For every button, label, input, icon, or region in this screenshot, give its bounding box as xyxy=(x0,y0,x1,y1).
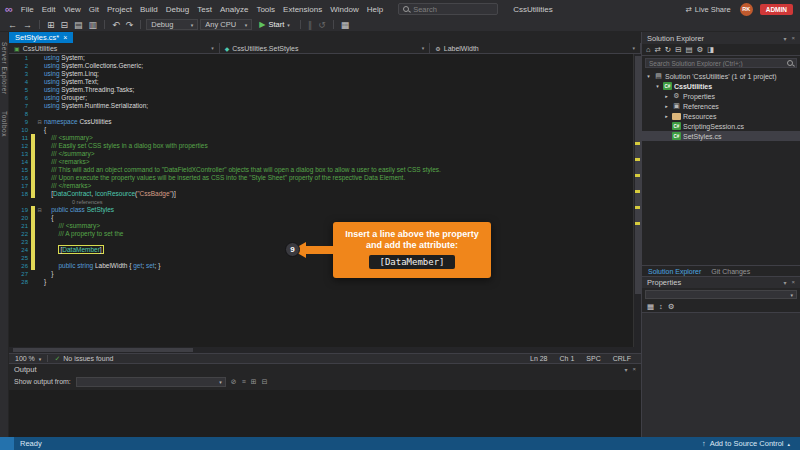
panel-tab-solution-explorer[interactable]: Solution Explorer xyxy=(648,268,701,275)
expand-all-icon[interactable]: ⊞ xyxy=(251,378,257,386)
expander-icon[interactable]: ▸ xyxy=(663,103,670,109)
tree-item-setstyles-cs[interactable]: C#SetStyles.cs xyxy=(642,131,800,141)
code-text[interactable]: using Grouper; xyxy=(44,94,633,102)
menu-project[interactable]: Project xyxy=(103,4,136,15)
code-text[interactable] xyxy=(44,110,633,118)
home-icon[interactable]: ⌂ xyxy=(646,45,651,54)
collapse-all-icon[interactable]: ⊟ xyxy=(262,378,268,386)
code-text[interactable]: } xyxy=(44,278,633,286)
properties-icon[interactable]: ⚙ xyxy=(697,45,704,54)
code-text[interactable]: using System; xyxy=(44,54,633,62)
menu-help[interactable]: Help xyxy=(363,4,387,15)
code-text[interactable]: { xyxy=(44,214,633,222)
solution-platform-dropdown[interactable]: Any CPU▾ xyxy=(200,19,252,30)
output-content[interactable] xyxy=(9,390,641,438)
menu-git[interactable]: Git xyxy=(85,4,103,15)
breadcrumb-cssutilities[interactable]: ▣CssUtilities▾ xyxy=(9,43,220,53)
menu-test[interactable]: Test xyxy=(193,4,216,15)
properties-object-dropdown[interactable]: ▾ xyxy=(645,290,797,299)
new-file-icon[interactable]: ⊞ xyxy=(45,19,57,31)
code-text[interactable]: public class SetStyles xyxy=(44,206,633,214)
side-tab-toolbox[interactable]: Toolbox xyxy=(1,111,8,137)
navigate-forward-icon[interactable]: → xyxy=(21,19,34,31)
categorized-icon[interactable]: ▦ xyxy=(647,302,654,311)
save-all-icon[interactable]: ▥ xyxy=(87,19,100,31)
side-tab-server-explorer[interactable]: Server Explorer xyxy=(1,42,8,95)
code-text[interactable]: using System.Collections.Generic; xyxy=(44,62,633,70)
nest-files-icon[interactable]: ⊟ xyxy=(675,45,681,54)
codelens-references[interactable]: 0 references xyxy=(9,198,633,206)
code-text[interactable]: /// </summary> xyxy=(44,150,633,158)
expander-icon[interactable]: ▸ xyxy=(663,113,670,119)
menu-file[interactable]: File xyxy=(17,4,38,15)
start-debugging-button[interactable]: ▶Start▾ xyxy=(254,20,295,29)
breadcrumb-labelwidth[interactable]: ⚙LabelWidth▾ xyxy=(430,43,641,53)
expander-icon[interactable]: ▾ xyxy=(654,83,661,89)
panel-tab-git-changes[interactable]: Git Changes xyxy=(711,268,750,275)
tree-item-cssutilities[interactable]: ▾C#CssUtilities xyxy=(642,81,800,91)
refresh-icon[interactable]: ↻ xyxy=(665,45,671,54)
solution-explorer-search[interactable]: Search Solution Explorer (Ctrl+;) xyxy=(645,58,797,68)
document-health-indicator[interactable]: ✓No issues found xyxy=(54,355,113,363)
line-ending-indicator[interactable]: CRLF xyxy=(613,355,631,362)
close-icon[interactable]: × xyxy=(63,34,67,41)
code-text[interactable]: [DataContract, IconResource("CssBadge")] xyxy=(44,190,633,198)
preview-icon[interactable]: ◨ xyxy=(707,45,714,54)
clear-all-icon[interactable]: ⊘ xyxy=(231,378,237,386)
code-text[interactable]: namespace CssUtilities xyxy=(44,118,633,126)
code-text[interactable]: /// </remarks> xyxy=(44,182,633,190)
code-text[interactable]: /// Easily set CSS styles in a dialog bo… xyxy=(44,142,633,150)
save-icon[interactable]: ▤ xyxy=(72,19,85,31)
outline-marker[interactable]: ⊟ xyxy=(35,118,44,126)
outline-marker[interactable]: ⊟ xyxy=(35,206,44,214)
menu-build[interactable]: Build xyxy=(136,4,162,15)
hot-reload-icon[interactable]: ↺ xyxy=(316,19,328,31)
menu-debug[interactable]: Debug xyxy=(162,4,194,15)
redo-icon[interactable]: ↷ xyxy=(124,19,136,31)
scrollbar-thumb[interactable] xyxy=(13,348,193,352)
tree-item-references[interactable]: ▸▣References xyxy=(642,101,800,111)
window-menu-icon[interactable]: ▾ xyxy=(783,35,786,42)
find-in-files-icon[interactable]: ▦ xyxy=(339,19,352,31)
property-pages-icon[interactable]: ⚙ xyxy=(668,302,675,311)
tree-item-properties[interactable]: ▸⚙Properties xyxy=(642,91,800,101)
menu-extensions[interactable]: Extensions xyxy=(279,4,326,15)
code-text[interactable]: /// This will add an object command to "… xyxy=(44,166,633,174)
word-wrap-icon[interactable]: ≡ xyxy=(242,378,246,386)
pause-icon[interactable]: ∥ xyxy=(306,19,315,31)
alphabetical-icon[interactable]: ↕ xyxy=(659,302,663,311)
close-icon[interactable]: × xyxy=(791,35,795,42)
menu-tools[interactable]: Tools xyxy=(252,4,279,15)
line-indicator[interactable]: Ln 28 xyxy=(530,355,548,362)
code-text[interactable]: using System.Runtime.Serialization; xyxy=(44,102,633,110)
tree-item-solution-cssutilities-1-of-1-project[interactable]: ▾▤Solution 'CssUtilities' (1 of 1 projec… xyxy=(642,71,800,81)
window-menu-icon[interactable]: ▾ xyxy=(783,279,786,286)
switch-views-icon[interactable]: ⇄ xyxy=(655,45,661,54)
menu-window[interactable]: Window xyxy=(326,4,362,15)
code-text[interactable]: using System.Linq; xyxy=(44,70,633,78)
editor-vertical-scrollbar[interactable] xyxy=(633,54,641,347)
undo-icon[interactable]: ↶ xyxy=(110,19,122,31)
close-icon[interactable]: × xyxy=(791,279,795,286)
code-area[interactable]: 1using System;2using System.Collections.… xyxy=(9,54,633,347)
code-text[interactable]: /// Upon execute the property values wil… xyxy=(44,174,633,182)
feedback-icon[interactable] xyxy=(0,437,14,450)
zoom-control[interactable]: 100 %▾ xyxy=(15,355,41,362)
expander-icon[interactable]: ▾ xyxy=(645,73,652,79)
menu-view[interactable]: View xyxy=(60,4,85,15)
tree-item-scriptingsession-cs[interactable]: C#ScriptingSession.cs xyxy=(642,121,800,131)
tab-setstyles[interactable]: SetStyles.cs* × xyxy=(9,32,73,43)
quick-search-box[interactable]: Search xyxy=(398,3,498,15)
code-text[interactable]: /// <remarks> xyxy=(44,158,633,166)
add-to-source-control-button[interactable]: ↑ Add to Source Control ▴ xyxy=(702,439,790,448)
expander-icon[interactable]: ▸ xyxy=(663,93,670,99)
code-text[interactable]: /// <summary> xyxy=(44,134,633,142)
breadcrumb-cssutilities-setstyles[interactable]: ◆CssUtilities.SetStyles▾ xyxy=(220,43,431,53)
show-all-files-icon[interactable]: ▤ xyxy=(685,45,692,54)
window-menu-icon[interactable]: ▾ xyxy=(624,366,627,373)
output-source-dropdown[interactable]: ▾ xyxy=(76,377,226,387)
column-indicator[interactable]: Ch 1 xyxy=(560,355,575,362)
code-text[interactable]: using System.Threading.Tasks; xyxy=(44,86,633,94)
navigate-back-icon[interactable]: ← xyxy=(6,19,19,31)
code-text[interactable]: using System.Text; xyxy=(44,78,633,86)
